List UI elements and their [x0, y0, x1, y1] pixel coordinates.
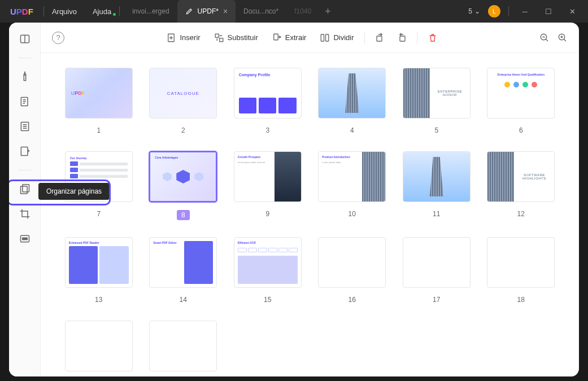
page-thumbnail[interactable] [487, 237, 555, 288]
page-item: Product IntroductionLorem ipsum dolor10 [317, 151, 388, 220]
comment-tool-icon[interactable] [19, 71, 31, 83]
tab-1[interactable]: UPDF*× [177, 0, 236, 23]
extract-icon [272, 33, 282, 43]
page-number: 13 [95, 296, 102, 304]
separator [18, 58, 32, 58]
svg-rect-8 [22, 238, 27, 239]
page-thumbnail[interactable] [318, 68, 386, 119]
page-item: 18 [486, 237, 557, 304]
svg-rect-11 [219, 38, 223, 41]
replace-button[interactable]: Substituir [214, 33, 258, 43]
update-dot-icon [113, 13, 116, 16]
app-body: Organizar páginas ? Inserir Substituir E… [9, 23, 579, 376]
page-number: 5 [434, 126, 438, 134]
svg-rect-13 [321, 34, 324, 41]
page-thumbnail[interactable]: CATALOGUE [149, 68, 217, 119]
page-thumbnail[interactable]: Product IntroductionLorem ipsum dolor [318, 151, 386, 202]
page-item: Core Advantages8 [148, 151, 219, 220]
svg-rect-1 [24, 75, 25, 81]
page-number: 9 [265, 210, 269, 218]
page-number: 17 [433, 296, 440, 304]
zoom-out-button[interactable] [539, 33, 550, 43]
page-number: 12 [517, 210, 525, 218]
page-number: 4 [350, 126, 354, 134]
zoom-in-button[interactable] [557, 33, 568, 43]
ocr-tool-icon[interactable] [19, 145, 31, 157]
maximize-button[interactable]: ☐ [541, 7, 556, 16]
page-thumbnail[interactable] [318, 237, 386, 288]
page-number: 10 [349, 210, 356, 218]
page-item: Enhanced PDF Reader13 [63, 237, 134, 304]
page-thumbnail[interactable]: UPDF [65, 68, 133, 119]
extract-button[interactable]: Extrair [272, 33, 307, 43]
separator [364, 32, 365, 44]
page-number: 14 [180, 296, 187, 304]
edit-tool-icon[interactable] [19, 95, 31, 108]
page-item: 16 [317, 237, 388, 304]
minimize-button[interactable]: ─ [517, 7, 533, 16]
page-thumbnail[interactable]: Enterprise Honor And Qualification [487, 68, 555, 119]
page-thumbnail[interactable] [149, 321, 217, 371]
delete-button[interactable] [428, 33, 438, 43]
svg-rect-6 [22, 185, 29, 192]
toolbar: ? Inserir Substituir Extrair Dividir [41, 23, 579, 53]
page-thumbnail[interactable] [403, 237, 471, 288]
tab-close-icon[interactable]: × [223, 7, 228, 16]
page-item: SOFTWARE HIGHLIGHTS12 [486, 151, 557, 220]
split-icon [320, 33, 330, 43]
page-thumbnail[interactable]: SOFTWARE HIGHLIGHTS [487, 151, 555, 202]
page-thumbnail[interactable] [403, 151, 471, 202]
insert-icon [166, 33, 176, 43]
page-number: 11 [433, 210, 440, 218]
page-thumbnail[interactable]: ENTERPRISE HONOR [403, 68, 471, 119]
page-item: Smart PDF Editor14 [148, 237, 219, 304]
pencil-icon [185, 7, 193, 15]
insert-button[interactable]: Inserir [166, 33, 200, 43]
page-thumbnail[interactable]: Growth ProspectLorem ipsum dolor sit ame… [234, 151, 302, 202]
pages-grid-scroll[interactable]: UPDF1CATALOGUE2Company Profile34ENTERPRI… [41, 53, 579, 376]
tooltip: Organizar páginas [38, 183, 110, 200]
new-tab-button[interactable]: + [319, 6, 337, 17]
titlebar: UPDF Arquivo Ajuda invoi...ergedUPDF*×Do… [0, 0, 588, 23]
rotate-left-button[interactable] [375, 33, 385, 43]
page-item: 4 [317, 68, 388, 134]
page-thumbnail[interactable] [65, 321, 133, 371]
page-item: Growth ProspectLorem ipsum dolor sit ame… [232, 151, 303, 220]
page-thumbnail[interactable]: Core Advantages [149, 151, 217, 202]
tab-0[interactable]: invoi...erged [124, 0, 177, 23]
organize-pages-icon[interactable] [19, 183, 31, 195]
crop-tool-icon[interactable] [19, 208, 31, 220]
svg-rect-4 [21, 147, 28, 156]
page-number: 1 [97, 126, 101, 134]
page-thumbnail[interactable]: Company Profile [234, 68, 302, 119]
divider [508, 6, 509, 16]
svg-rect-12 [274, 34, 278, 40]
menu-help[interactable]: Ajuda [85, 7, 119, 16]
tab-2[interactable]: Docu...nco* [236, 0, 286, 23]
page-number: 3 [265, 126, 269, 134]
page-number: 15 [264, 296, 271, 304]
close-button[interactable]: ✕ [564, 7, 580, 16]
replace-icon [214, 33, 224, 43]
form-tool-icon[interactable] [19, 120, 31, 133]
tab-3[interactable]: f1040 [286, 0, 319, 23]
rotate-right-button[interactable] [397, 33, 407, 43]
page-item: CATALOGUE2 [148, 68, 219, 134]
menu-file[interactable]: Arquivo [44, 7, 85, 16]
divider [119, 6, 120, 16]
help-icon[interactable]: ? [52, 32, 64, 44]
page-thumbnail[interactable]: Smart PDF Editor [149, 237, 217, 288]
page-item: 11 [401, 151, 472, 220]
page-thumbnail[interactable]: Enhanced PDF Reader [65, 237, 133, 288]
svg-rect-5 [20, 186, 27, 194]
page-item: 17 [401, 237, 472, 304]
separator [18, 170, 32, 170]
avatar[interactable]: L [488, 5, 500, 17]
redact-tool-icon[interactable] [19, 233, 31, 245]
split-button[interactable]: Dividir [320, 33, 354, 43]
reader-mode-icon[interactable] [19, 33, 31, 45]
page-thumbnail[interactable]: Efficient OCR [234, 237, 302, 288]
page-item: Enterprise Honor And Qualification6 [486, 68, 557, 134]
credit-count[interactable]: 5 ⌄ [468, 7, 480, 15]
page-number: 2 [181, 126, 185, 134]
